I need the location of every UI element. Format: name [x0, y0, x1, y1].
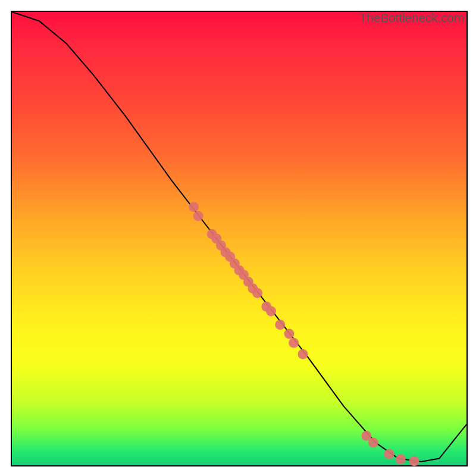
watermark-label: TheBottleneck.com: [359, 11, 464, 25]
data-point: [284, 329, 295, 339]
data-point: [275, 320, 285, 330]
data-point: [193, 211, 203, 221]
data-point: [289, 338, 299, 348]
data-point: [409, 456, 419, 466]
data-point: [384, 449, 394, 459]
chart-frame: TheBottleneck.com: [11, 11, 468, 466]
data-point: [252, 288, 262, 298]
data-point: [189, 202, 199, 212]
chart-svg: [12, 12, 466, 465]
data-point: [266, 306, 276, 316]
scatter-points: [189, 202, 419, 466]
data-point: [298, 349, 308, 359]
curve-path: [12, 12, 466, 462]
data-point: [368, 437, 378, 447]
data-point: [396, 455, 406, 465]
bottleneck-curve: [12, 12, 466, 462]
